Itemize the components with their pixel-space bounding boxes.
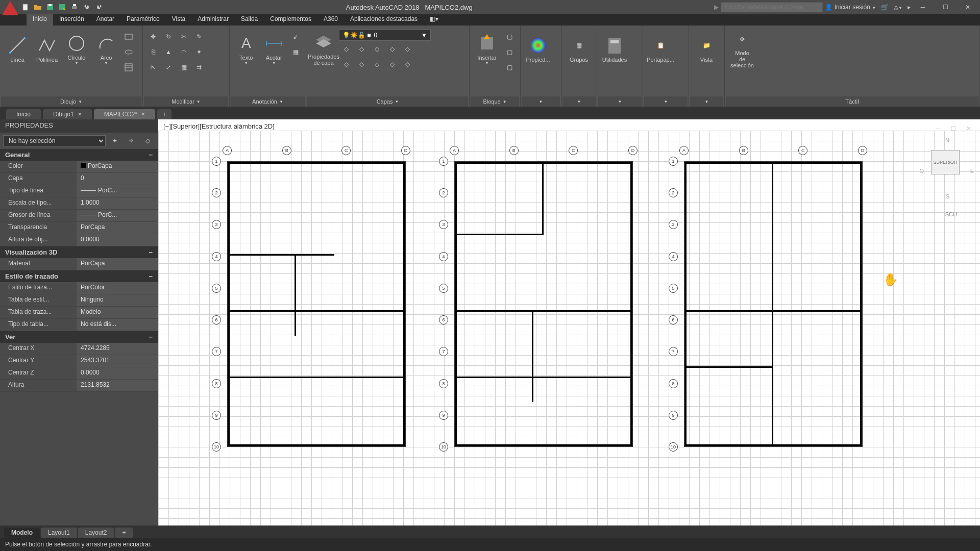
prop-value[interactable]: Ninguno [77, 294, 158, 306]
edit-block-tool[interactable]: ▢ [502, 45, 517, 59]
toggle-pick-icon[interactable]: ◇ [140, 134, 155, 148]
tab-parametrico[interactable]: Paramétrico [120, 14, 166, 26]
layer-off-tool[interactable]: ◇ [354, 42, 369, 56]
scale-tool[interactable]: ⤢ [161, 60, 176, 74]
open-icon[interactable] [33, 2, 43, 12]
layout-tab-modelo[interactable]: Modelo [4, 528, 40, 538]
save-icon[interactable] [45, 2, 55, 12]
prop-value[interactable]: 2131.8532 [77, 380, 158, 391]
offset-tool[interactable]: ⇉ [192, 60, 206, 74]
tab-vista[interactable]: Vista [166, 14, 191, 26]
prop-value[interactable]: PorCapa [77, 258, 158, 270]
print-icon[interactable] [69, 2, 80, 12]
tab-salida[interactable]: Salida [235, 14, 264, 26]
prop-value[interactable]: PorColor [77, 282, 158, 294]
undo-icon[interactable] [82, 2, 92, 12]
view-tool[interactable]: 📁Vista [692, 30, 721, 68]
prop-value[interactable]: PorC... [77, 210, 158, 221]
selection-dropdown[interactable]: No hay selección [3, 135, 106, 146]
erase-tool[interactable]: ✎ [192, 30, 206, 44]
prop-value[interactable]: PorCapa [77, 222, 158, 234]
table-tool[interactable]: ▦ [288, 45, 303, 59]
rectangle-tool[interactable] [121, 30, 136, 44]
layer-match-tool[interactable]: ◇ [400, 42, 414, 56]
redo-icon[interactable] [94, 2, 104, 12]
prop-value[interactable]: 0 [77, 173, 158, 185]
tab-complementos[interactable]: Complementos [264, 14, 317, 26]
close-icon[interactable]: × [78, 111, 82, 118]
saveas-icon[interactable] [57, 2, 67, 12]
layer-freeze-tool[interactable]: ◇ [370, 42, 384, 56]
layer-iso-tool[interactable]: ◇ [339, 42, 353, 56]
close-button[interactable]: ✕ [958, 0, 978, 14]
doc-tab-dibujo1[interactable]: Dibujo1 × [43, 109, 92, 119]
tab-inicio[interactable]: Inicio [27, 14, 53, 26]
panel-props-label[interactable]: ▼ [522, 96, 560, 107]
prop-section-general[interactable]: General− [0, 149, 158, 161]
leader-tool[interactable]: ↙ [288, 30, 303, 44]
layer-tool-10[interactable]: ◇ [400, 57, 414, 71]
search-input[interactable] [721, 2, 823, 12]
prop-value[interactable]: 0.0000 [77, 367, 158, 379]
vp-minimize-icon[interactable]: ─ [931, 121, 945, 136]
ellipse-tool[interactable] [121, 45, 136, 59]
circle-tool[interactable]: Círculo▼ [62, 30, 91, 68]
touch-tool[interactable]: ✥Modode selección [728, 30, 756, 68]
layer-tool-9[interactable]: ◇ [385, 57, 399, 71]
fillet-tool[interactable]: ◠ [177, 45, 191, 59]
layer-tool-7[interactable]: ◇ [354, 57, 369, 71]
create-block-tool[interactable]: ▢ [502, 30, 517, 44]
prop-section-visualización-3d[interactable]: Visualización 3D− [0, 246, 158, 258]
exchange-icon[interactable]: 🛒 [881, 4, 889, 11]
prop-value[interactable]: 4724.2285 [77, 343, 158, 355]
doc-tab-inicio[interactable]: Inicio [6, 109, 41, 119]
copy-tool[interactable]: ⎘ [146, 45, 160, 59]
attr-tool[interactable]: ▢ [502, 60, 517, 74]
panel-capas-label[interactable]: Capas ▼ [307, 96, 468, 107]
layer-dropdown[interactable]: 💡☀️🔓 ■ 0▼ [339, 30, 431, 41]
explode-tool[interactable]: ✦ [192, 45, 206, 59]
close-icon[interactable]: × [141, 111, 145, 118]
minimize-button[interactable]: ─ [913, 0, 933, 14]
prop-value[interactable]: Modelo [77, 307, 158, 318]
prop-section-estilo-de-trazado[interactable]: Estilo de trazado− [0, 270, 158, 282]
maximize-button[interactable]: ☐ [935, 0, 955, 14]
panel-modificar-label[interactable]: Modificar ▼ [144, 96, 228, 107]
doc-tab-mapilco2[interactable]: MAPILCO2* × [94, 109, 155, 119]
hatch-tool[interactable] [121, 60, 136, 74]
stretch-tool[interactable]: ⇱ [146, 60, 160, 74]
signin-link[interactable]: 👤 Iniciar sesión ▼ [825, 4, 876, 11]
layer-tool-8[interactable]: ◇ [370, 57, 384, 71]
drawing-canvas[interactable]: [−][Superior][Estructura alámbrica 2D] [158, 119, 980, 525]
text-tool[interactable]: ATexto▼ [233, 30, 260, 68]
rotate-tool[interactable]: ↻ [161, 30, 176, 44]
arc-tool[interactable]: Arco▼ [92, 30, 120, 68]
prop-section-ver[interactable]: Ver− [0, 331, 158, 343]
panel-bloque-label[interactable]: Bloque ▼ [471, 96, 519, 107]
util-tool[interactable]: Utilidades [600, 30, 629, 68]
array-tool[interactable]: ▦ [177, 60, 191, 74]
tab-featured-icon[interactable]: ◧▾ [424, 14, 445, 26]
new-doc-button[interactable]: + [157, 109, 172, 119]
panel-util-label[interactable]: ▼ [598, 96, 642, 107]
props-tool[interactable]: Propied... [524, 30, 552, 68]
tab-anotar[interactable]: Anotar [90, 14, 120, 26]
layer-tool-6[interactable]: ◇ [339, 57, 353, 71]
polyline-tool[interactable]: Polilínea [33, 30, 61, 68]
panel-anotacion-label[interactable]: Anotación ▼ [231, 96, 305, 107]
layout-tab-add[interactable]: + [115, 528, 133, 538]
viewport-controls[interactable]: [−][Superior][Estructura alámbrica 2D] [163, 122, 275, 130]
new-icon[interactable] [20, 2, 31, 12]
panel-porta-label[interactable]: ▼ [644, 96, 688, 107]
scu-label[interactable]: SCU [945, 211, 957, 217]
move-tool[interactable]: ✥ [146, 30, 160, 44]
quick-sel-icon[interactable]: ✦ [108, 134, 122, 148]
line-tool[interactable]: Línea [3, 30, 32, 68]
panel-vista-label[interactable]: ▼ [690, 96, 723, 107]
prop-value[interactable]: 0.0000 [77, 234, 158, 246]
insert-tool[interactable]: Insertar▼ [473, 30, 501, 68]
layout-tab-1[interactable]: Layout1 [41, 528, 77, 538]
app-store-icon[interactable]: ◬▼ [894, 4, 902, 11]
panel-grupos-label[interactable]: ▼ [562, 96, 596, 107]
prop-value[interactable]: 2543.3701 [77, 355, 158, 367]
